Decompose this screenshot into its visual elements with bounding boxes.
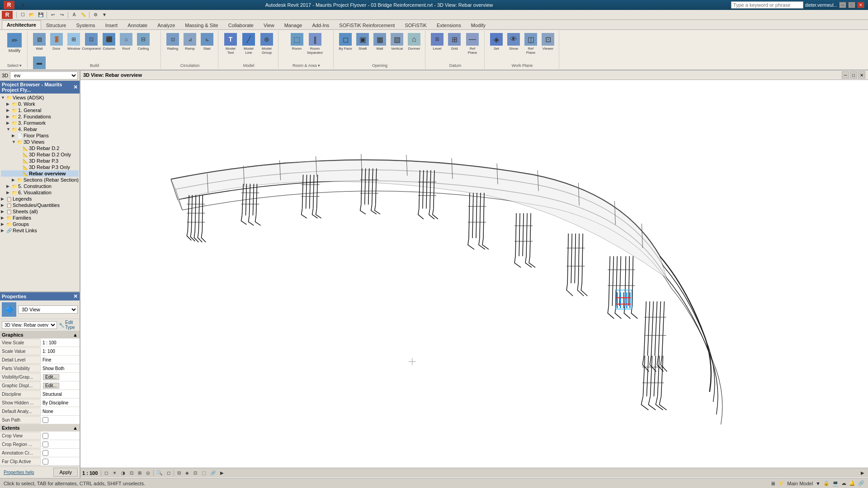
ribbon-btn-level[interactable]: ≡ Level xyxy=(429,32,445,54)
tree-item-3d-rebar-d2[interactable]: 📐 3D Rebar D.2 xyxy=(1,145,79,151)
ribbon-btn-modify[interactable]: ✏ Modify xyxy=(5,32,24,59)
qat-measure[interactable]: 📏 xyxy=(79,11,87,19)
vt-btn-sun[interactable]: ☀ xyxy=(111,469,118,477)
tree-item-sections[interactable]: ▶ 📁 Sections (Rebar Section) xyxy=(1,177,79,183)
ribbon-btn-component[interactable]: ⊡ Component xyxy=(83,32,100,54)
crop-view-checkbox[interactable] xyxy=(42,433,48,439)
vt-btn-worksets[interactable]: ⊟ xyxy=(175,469,183,477)
viewport[interactable]: 3D View: Rebar overview ─ □ ✕ xyxy=(80,70,868,478)
tab-extensions[interactable]: Extensions xyxy=(432,21,466,29)
viewport-canvas[interactable]: 1 : 100 ◻ ☀ ◑ ⊡ ⊞ ◎ 🔍 ◻ ⊟ ◈ ⊡ ⬚ 🔗 ▶ xyxy=(80,80,868,478)
prop-value-default-analysis[interactable]: None xyxy=(41,407,80,415)
tree-item-groups[interactable]: ▶ 📁 Groups xyxy=(1,221,79,227)
qat-annotate[interactable]: A xyxy=(70,11,78,19)
viewport-close[interactable]: ✕ xyxy=(858,71,865,79)
tree-item-6-visualization[interactable]: ▶ 📁 6. Visualization xyxy=(1,189,79,196)
properties-view-name-select[interactable]: 3D View: Rebar overv xyxy=(2,321,57,329)
vt-btn-zoom[interactable]: 🔍 xyxy=(155,469,164,477)
ribbon-btn-stair[interactable]: ⊾ Stair xyxy=(199,32,215,54)
qat-undo[interactable]: ↩ xyxy=(49,11,57,19)
tree-item-3d-rebar-p3-only[interactable]: 📐 3D Rebar P.3 Only xyxy=(1,164,79,170)
ribbon-btn-grid[interactable]: ⊞ Grid xyxy=(446,32,462,54)
qat-new[interactable]: ☐ xyxy=(19,11,27,19)
tree-item-4-rebar[interactable]: ▼ 📁 4. Rebar xyxy=(1,126,79,132)
tree-item-2-foundations[interactable]: ▶ 📁 2. Foundations xyxy=(1,113,79,120)
ribbon-btn-ceiling[interactable]: ⊟ Ceiling xyxy=(135,32,151,54)
ribbon-btn-door[interactable]: 🚪 Door xyxy=(48,32,65,54)
extents-section-header[interactable]: Extents ▲ xyxy=(0,424,80,432)
tree-item-families[interactable]: ▶ 📁 Families xyxy=(1,215,79,221)
ribbon-btn-room-separator[interactable]: ‖ Room Separator xyxy=(306,32,324,56)
graphic-display-edit-button[interactable]: Edit... xyxy=(43,383,59,389)
tab-manage[interactable]: Manage xyxy=(279,21,307,29)
tab-annotate[interactable]: Annotate xyxy=(123,21,152,29)
qat-open[interactable]: 📂 xyxy=(28,11,36,19)
ribbon-btn-wall[interactable]: ▧ Wall xyxy=(31,32,47,54)
vt-btn-grid[interactable]: ⊞ xyxy=(136,469,143,477)
ribbon-btn-ref-plane-wp[interactable]: ◫ Ref Plane xyxy=(523,32,539,56)
tree-item-5-construction[interactable]: ▶ 📁 5. Construction xyxy=(1,183,79,189)
vt-scroll-right[interactable]: ▶ xyxy=(859,469,866,477)
ribbon-btn-wall-opening[interactable]: ▦ Wall xyxy=(372,32,388,54)
ribbon-btn-floor[interactable]: ▬ Floor xyxy=(31,55,47,70)
properties-close[interactable]: ✕ xyxy=(73,293,78,300)
prop-value-crop-view[interactable] xyxy=(41,432,80,440)
tree-item-3-formwork[interactable]: ▶ 📁 3. Formwork xyxy=(1,120,79,126)
ribbon-btn-roof[interactable]: ⌂ Roof xyxy=(118,32,134,54)
ribbon-btn-shaft[interactable]: ▣ Shaft xyxy=(354,32,371,54)
qat-save[interactable]: 💾 xyxy=(37,11,45,19)
ribbon-btn-model-line[interactable]: ╱ Model Line xyxy=(240,32,257,56)
prop-value-show-hidden[interactable]: By Discipline xyxy=(41,399,80,407)
qat-options[interactable]: ⚙ xyxy=(91,11,99,19)
tree-item-3d-rebar-d2-only[interactable]: 📐 3D Rebar D.2 Only xyxy=(1,151,79,158)
ribbon-btn-column[interactable]: ⬛ Column xyxy=(101,32,117,54)
properties-help-link[interactable]: Properties help xyxy=(2,469,36,476)
ribbon-btn-railing[interactable]: ⊡ Railing xyxy=(165,32,181,54)
annotation-crop-checkbox[interactable] xyxy=(42,450,48,456)
qat-dropdown[interactable]: ▼ xyxy=(100,11,108,19)
prop-value-sun-path[interactable] xyxy=(41,416,80,424)
minimize-button[interactable]: ─ xyxy=(839,2,846,8)
tree-item-rebar-overview[interactable]: 📐 Rebar overview xyxy=(1,170,79,177)
view-name-select[interactable]: ew xyxy=(10,71,78,80)
prop-value-detail-level[interactable]: Fine xyxy=(41,356,80,364)
tab-modify[interactable]: Modify xyxy=(466,21,491,29)
prop-value-annotation-crop[interactable] xyxy=(41,449,80,457)
ribbon-btn-model-group[interactable]: ⊛ Model Group xyxy=(258,32,275,56)
search-input[interactable] xyxy=(731,1,803,9)
ribbon-btn-ramp[interactable]: ⊿ Ramp xyxy=(182,32,198,54)
tree-item-sheets[interactable]: ▶ 📋 Sheets (all) xyxy=(1,208,79,215)
ribbon-btn-viewer[interactable]: ⊡ Viewer xyxy=(540,32,556,54)
tree-item-floor-plans[interactable]: ▶ 📄 Floor Plans xyxy=(1,132,79,139)
ribbon-btn-model-text[interactable]: T Model Text xyxy=(222,32,239,56)
maximize-button[interactable]: □ xyxy=(848,2,855,8)
ribbon-btn-window[interactable]: ⊞ Window xyxy=(66,32,82,54)
tab-massing[interactable]: Massing & Site xyxy=(180,21,223,29)
prop-value-parts-visibility[interactable]: Show Both xyxy=(41,364,80,372)
view-scale-input[interactable] xyxy=(42,340,78,345)
sun-path-checkbox[interactable] xyxy=(42,417,48,423)
ribbon-btn-dormer[interactable]: ⌂ Dormer xyxy=(406,32,422,54)
tab-view[interactable]: View xyxy=(259,21,279,29)
vt-btn-temp-hide[interactable]: ⊡ xyxy=(192,469,199,477)
tab-addins[interactable]: Add-Ins xyxy=(307,21,334,29)
tree-item-schedules[interactable]: ▶ 📋 Schedules/Quantities xyxy=(1,202,79,208)
tree-item-legends[interactable]: ▶ 📋 Legends xyxy=(1,196,79,202)
prop-value-view-scale[interactable] xyxy=(41,338,80,347)
tree-item-views-adsk[interactable]: ▼ 📁 Views (ADSK) xyxy=(1,94,79,101)
far-clip-checkbox[interactable] xyxy=(42,459,48,465)
tree-item-0-work[interactable]: ▶ 📁 0. Work xyxy=(1,101,79,107)
ribbon-group-room-area-label[interactable]: Room & Area ▾ xyxy=(292,62,320,68)
project-browser-close[interactable]: ✕ xyxy=(73,84,78,90)
qat-open[interactable]: ▼ xyxy=(19,1,27,9)
statusbar-dropdown[interactable]: ▼ xyxy=(816,481,821,486)
visibility-graphics-edit-button[interactable]: Edit... xyxy=(43,374,59,380)
tab-structure[interactable]: Structure xyxy=(41,21,71,29)
ribbon-btn-room[interactable]: ⬚ Room xyxy=(289,32,305,54)
close-button[interactable]: ✕ xyxy=(857,2,864,8)
graphics-section-header[interactable]: Graphics ▲ xyxy=(0,331,80,338)
tab-systems[interactable]: Systems xyxy=(71,21,100,29)
viewport-minimize[interactable]: ─ xyxy=(842,71,849,79)
ribbon-btn-vertical[interactable]: ▧ Vertical xyxy=(389,32,405,54)
vt-btn-crop[interactable]: ⊡ xyxy=(128,469,135,477)
